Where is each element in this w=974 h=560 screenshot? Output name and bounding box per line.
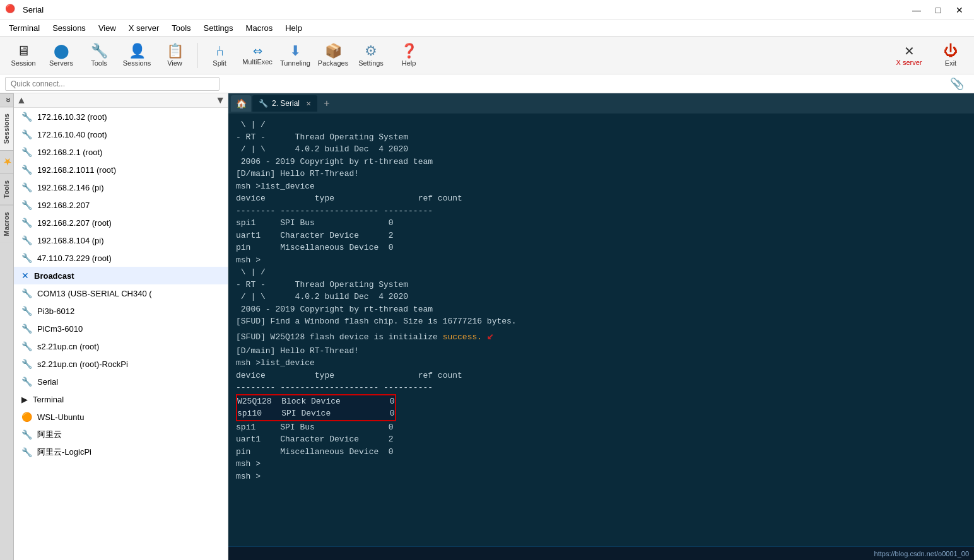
sidebar-item-8[interactable]: 🔧 47.110.73.229 (root) xyxy=(14,249,228,267)
wrench-icon-4: 🔧 xyxy=(21,182,32,192)
sidebar-item-3[interactable]: 🔧 192.168.2.1011 (root) xyxy=(14,161,228,178)
toolbar-tunneling-btn[interactable]: ⬇ Tunneling xyxy=(277,39,314,72)
app-title: Serial xyxy=(23,5,44,15)
window-controls: — □ ✕ xyxy=(907,1,969,19)
menu-xserver[interactable]: X server xyxy=(122,22,165,34)
wrench-icon-14: 🔧 xyxy=(21,359,32,369)
toolbar-multiexec-btn[interactable]: ⇔ MultiExec xyxy=(239,39,276,72)
sidebar-item-14[interactable]: 🔧 s2.21up.cn (root)-RockPi xyxy=(14,355,228,373)
sidebar-item-13[interactable]: 🔧 s2.21up.cn (root) xyxy=(14,337,228,355)
sidebar-item-2[interactable]: 🔧 192.168.2.1 (root) xyxy=(14,143,228,161)
title-bar: 🔴 Serial — □ ✕ xyxy=(0,0,974,20)
terminal-highlighted-lines: W25Q128 Block Device 0 spi10 SPI Device … xyxy=(237,395,395,420)
sidebar-item-7[interactable]: 🔧 192.168.8.104 (pi) xyxy=(14,231,228,249)
left-tab-collapse[interactable]: « xyxy=(0,93,13,107)
menu-help[interactable]: Help xyxy=(279,22,308,34)
sidebar-item-12[interactable]: 🔧 PiCm3-6010 xyxy=(14,320,228,337)
toolbar-settings-label: Settings xyxy=(358,59,384,67)
sidebar-item-0[interactable]: 🔧 172.16.10.32 (root) xyxy=(14,108,228,125)
menu-terminal[interactable]: Terminal xyxy=(3,22,46,34)
sidebar-item-10[interactable]: 🔧 COM13 (USB-SERIAL CH340 ( xyxy=(14,284,228,302)
exit-icon: ⏻ xyxy=(944,44,958,58)
maximize-button[interactable]: □ xyxy=(929,1,948,19)
wrench-icon-13: 🔧 xyxy=(21,341,32,351)
terminal-text-part1: \ | / - RT - Thread Operating System / |… xyxy=(236,119,966,266)
scroll-down-arrow[interactable]: ▼ xyxy=(215,95,225,106)
menu-settings[interactable]: Settings xyxy=(197,22,240,34)
toolbar-session-btn[interactable]: 🖥 Session xyxy=(5,39,42,72)
split-icon: ⑃ xyxy=(216,44,224,58)
sidebar-item-18[interactable]: 🔧 阿里云 xyxy=(14,426,228,443)
sidebar-item-19[interactable]: 🔧 阿里云-LogicPi xyxy=(14,443,228,461)
toolbar-tunneling-label: Tunneling xyxy=(280,59,310,67)
wrench-icon-6: 🔧 xyxy=(21,218,32,228)
sidebar-item-4[interactable]: 🔧 192.168.2.146 (pi) xyxy=(14,178,228,196)
toolbar-xserver-btn[interactable]: ✕ X server xyxy=(887,39,931,72)
menu-sessions[interactable]: Sessions xyxy=(46,22,92,34)
broadcast-icon: ✕ xyxy=(21,271,29,281)
toolbar-tools-label: Tools xyxy=(91,59,107,67)
sidebar: ▲ ▼ 🔧 172.16.10.32 (root) 🔧 172.16.10.40… xyxy=(14,93,228,560)
toolbar-sessions-btn[interactable]: 👤 Sessions xyxy=(119,39,155,72)
toolbar-settings-btn[interactable]: ⚙ Settings xyxy=(353,39,389,72)
ubuntu-icon-17: 🟠 xyxy=(21,412,32,422)
sidebar-item-1[interactable]: 🔧 172.16.10.40 (root) xyxy=(14,125,228,143)
terminal-content[interactable]: \ | / - RT - Thread Operating System / |… xyxy=(228,114,974,546)
tab-icon: 🔧 xyxy=(259,99,268,108)
toolbar-split-btn[interactable]: ⑃ Split xyxy=(201,39,238,72)
terminal-prompt[interactable]: msh > xyxy=(236,470,966,483)
sidebar-item-16[interactable]: ▶ Terminal xyxy=(14,390,228,408)
left-tab-tools[interactable]: Tools xyxy=(0,173,13,205)
menu-macros[interactable]: Macros xyxy=(240,22,279,34)
sidebar-item-11[interactable]: 🔧 Pi3b-6012 xyxy=(14,302,228,320)
menu-tools[interactable]: Tools xyxy=(165,22,197,34)
tab-home[interactable]: 🏠 xyxy=(231,95,251,112)
tab-close-btn[interactable]: ✕ xyxy=(306,100,311,107)
left-panel-tabs: « Sessions ★ Tools Macros xyxy=(0,93,14,560)
sidebar-outer: « Sessions ★ Tools Macros ▲ ▼ 🔧 172.16.1… xyxy=(0,93,228,560)
tab-add-btn[interactable]: + xyxy=(319,95,335,112)
wrench-icon-8: 🔧 xyxy=(21,253,32,263)
close-button[interactable]: ✕ xyxy=(950,1,969,19)
highlighted-device-box: W25Q128 Block Device 0 spi10 SPI Device … xyxy=(236,394,396,421)
wrench-icon-15: 🔧 xyxy=(21,376,32,387)
terminal-icon-16: ▶ xyxy=(21,395,28,404)
terminal-text-part2: \ | / - RT - Thread Operating System / |… xyxy=(236,266,966,394)
sidebar-item-5[interactable]: 🔧 192.168.2.207 xyxy=(14,196,228,214)
sidebar-item-17[interactable]: 🟠 WSL-Ubuntu xyxy=(14,408,228,426)
toolbar-xserver-label: X server xyxy=(896,59,922,66)
wrench-icon-2: 🔧 xyxy=(21,147,32,157)
minimize-button[interactable]: — xyxy=(907,1,926,19)
toolbar-help-btn[interactable]: ❓ Help xyxy=(390,39,427,72)
scroll-up-arrow[interactable]: ▲ xyxy=(16,95,26,106)
menu-view[interactable]: View xyxy=(92,22,122,34)
toolbar-servers-btn[interactable]: ⬤ Servers xyxy=(43,39,79,72)
toolbar-view-btn[interactable]: 📋 View xyxy=(156,39,193,72)
sidebar-item-15[interactable]: 🔧 Serial xyxy=(14,373,228,390)
sessions-icon: 👤 xyxy=(129,44,146,58)
toolbar-packages-btn[interactable]: 📦 Packages xyxy=(315,39,351,72)
servers-icon: ⬤ xyxy=(54,44,69,58)
wrench-icon-19: 🔧 xyxy=(21,447,32,457)
xserver-icon: ✕ xyxy=(904,45,915,57)
wrench-icon-18: 🔧 xyxy=(21,429,32,440)
toolbar-servers-label: Servers xyxy=(49,59,73,67)
left-tab-macros[interactable]: Macros xyxy=(0,205,13,243)
left-tab-sessions[interactable]: Sessions xyxy=(0,107,13,150)
sidebar-scroll: 🔧 172.16.10.32 (root) 🔧 172.16.10.40 (ro… xyxy=(14,108,228,560)
sidebar-item-broadcast[interactable]: ✕ Broadcast xyxy=(14,267,228,284)
sidebar-item-6[interactable]: 🔧 192.168.2.207 (root) xyxy=(14,214,228,231)
toolbar-sessions-label: Sessions xyxy=(123,59,151,67)
toolbar-exit-btn[interactable]: ⏻ Exit xyxy=(932,39,969,72)
left-tab-star[interactable]: ★ xyxy=(0,150,13,173)
paperclip-icon: 📎 xyxy=(950,77,969,91)
toolbar-tools-btn[interactable]: 🔧 Tools xyxy=(81,39,117,72)
main-layout: « Sessions ★ Tools Macros ▲ ▼ 🔧 172.16.1… xyxy=(0,93,974,560)
toolbar-split-label: Split xyxy=(213,59,226,67)
packages-icon: 📦 xyxy=(325,44,342,58)
quick-connect-input[interactable] xyxy=(5,77,220,91)
toolbar-view-label: View xyxy=(167,59,182,67)
tab-bar: 🏠 🔧 2. Serial ✕ + xyxy=(228,93,974,114)
tab-serial[interactable]: 🔧 2. Serial ✕ xyxy=(252,95,317,112)
view-icon: 📋 xyxy=(167,44,184,58)
